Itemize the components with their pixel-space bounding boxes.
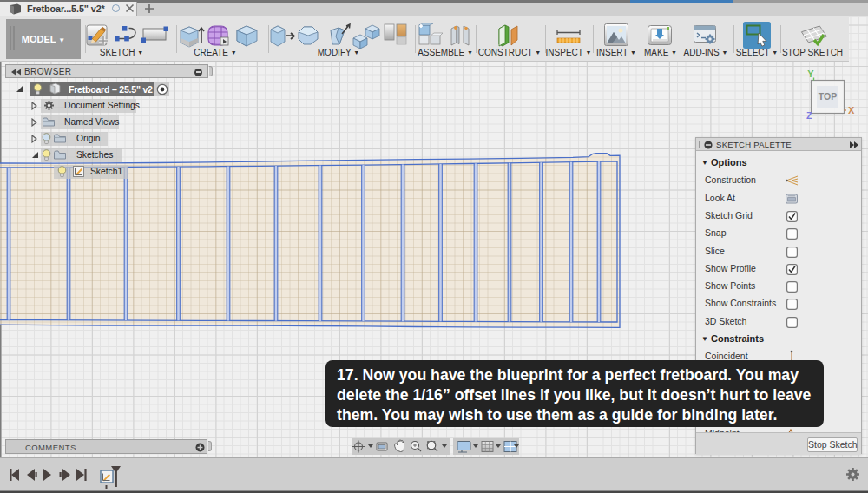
svg-text:TOP: TOP — [819, 91, 837, 102]
svg-text:Y: Y — [807, 69, 814, 79]
svg-text:X: X — [848, 105, 855, 115]
svg-text:Z: Z — [806, 110, 812, 121]
